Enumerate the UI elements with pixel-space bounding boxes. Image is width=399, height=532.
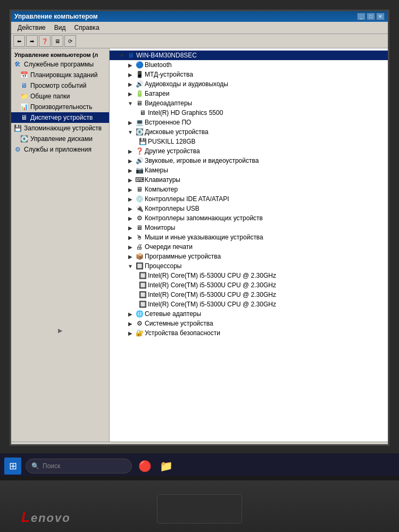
puskill-icon: 💾: [138, 137, 147, 146]
tree-root[interactable]: ▼ 🖥 WIN-B4M30ND8SEC: [110, 51, 388, 60]
minimize-button[interactable]: _: [357, 13, 365, 20]
left-section-storage[interactable]: 💾 Запоминающие устройств: [11, 123, 109, 134]
keyboard-expand[interactable]: ▶: [127, 176, 134, 184]
menu-action[interactable]: Действие: [13, 23, 50, 32]
bluetooth-expand[interactable]: ▶: [127, 61, 134, 69]
other-expand[interactable]: ▶: [127, 147, 134, 155]
network-expand[interactable]: ▶: [127, 310, 134, 318]
mtd-icon: 📱: [135, 70, 144, 79]
toolbar-btn-4[interactable]: 🖥: [52, 35, 63, 47]
tree-item-cpu-3[interactable]: 🔲 Intel(R) Core(TM) i5-5300U CPU @ 2.30G…: [110, 300, 388, 309]
tree-item-software-dev[interactable]: ▶ 📦 Программные устройства: [110, 252, 388, 261]
tree-item-firmware[interactable]: ▶ 💻 Встроенное ПО: [110, 118, 388, 127]
left-item-perf[interactable]: 📊 Производительность: [11, 102, 109, 112]
left-item-scheduler[interactable]: 📅 Планировщик заданий: [11, 70, 109, 80]
trackpad[interactable]: [157, 494, 242, 523]
tree-item-monitors[interactable]: ▶ 🖥 Мониторы: [110, 223, 388, 232]
camera-expand[interactable]: ▶: [127, 167, 134, 174]
root-icon: 🖥: [127, 51, 135, 60]
left-item-services[interactable]: ⚙ Службы и приложения: [11, 144, 109, 155]
cpu1-icon: 🔲: [138, 281, 147, 289]
maximize-button[interactable]: □: [367, 13, 375, 20]
tree-item-network[interactable]: ▶ 🌐 Сетевые адаптеры: [110, 309, 388, 319]
network-icon: 🌐: [135, 310, 144, 318]
tree-item-computer[interactable]: ▶ 🖥 Компьютер: [110, 185, 388, 194]
left-item-devmgr[interactable]: 🖥 Диспетчер устройств: [11, 112, 109, 123]
tree-item-puskill[interactable]: 💾 PUSKILL 128GB: [110, 137, 388, 146]
print-expand[interactable]: ▶: [127, 243, 134, 251]
left-item-diskmgr[interactable]: 💽 Управление дисками: [11, 134, 109, 144]
devmgr-icon: 🖥: [20, 113, 28, 122]
usb-expand[interactable]: ▶: [127, 205, 134, 212]
toolbar-btn-2[interactable]: ➡: [26, 35, 38, 47]
tree-item-storage-ctrl[interactable]: ▶ ⚙ Контроллеры запоминающих устройств: [110, 213, 388, 223]
storage-ctrl-expand[interactable]: ▶: [127, 214, 134, 222]
system-dev-expand[interactable]: ▶: [127, 320, 134, 327]
software-dev-icon: 📦: [135, 252, 144, 261]
audio-expand[interactable]: ▶: [127, 80, 134, 88]
disk-expand[interactable]: ▼: [127, 128, 134, 136]
sound-expand[interactable]: ▶: [127, 157, 134, 164]
tree-item-system-dev[interactable]: ▶ ⚙ Системные устройства: [110, 319, 388, 328]
video-expand[interactable]: ▼: [127, 99, 134, 107]
tree-item-camera[interactable]: ▶ 📷 Камеры: [110, 165, 388, 175]
tree-item-cpu-0[interactable]: 🔲 Intel(R) Core(TM) i5-5300U CPU @ 2.30G…: [110, 271, 388, 280]
left-item-events[interactable]: 🖥 Просмотр событий: [11, 80, 109, 91]
left-panel-title: Управление компьютером (л: [11, 51, 109, 59]
intel-hd-icon: 🖥: [138, 109, 147, 117]
battery-expand[interactable]: ▶: [127, 90, 134, 97]
firmware-expand[interactable]: ▶: [127, 119, 134, 126]
storage-icon: 💾: [13, 124, 22, 132]
tree-item-cpu-1[interactable]: 🔲 Intel(R) Core(TM) i5-5300U CPU @ 2.30G…: [110, 280, 388, 290]
security-expand[interactable]: ▶: [127, 329, 134, 337]
tree-item-battery[interactable]: ▶ 🔋 Батареи: [110, 89, 388, 98]
tree-item-mouse[interactable]: ▶ 🖱 Мыши и иные указывающие устройства: [110, 232, 388, 242]
tree-item-other[interactable]: ▶ ❓ Другие устройства: [110, 146, 388, 156]
disk-icon: 💽: [135, 128, 144, 136]
mouse-expand[interactable]: ▶: [127, 234, 134, 241]
camera-icon: 📷: [135, 166, 144, 174]
close-button[interactable]: ✕: [376, 13, 385, 20]
window-titlebar: Управление компьютером _ □ ✕: [11, 11, 388, 22]
tree-item-intel-hd[interactable]: 🖥 Intel(R) HD Graphics 5500: [110, 108, 388, 118]
brand-rest: enovo: [31, 511, 71, 525]
start-button[interactable]: ⊞: [4, 458, 21, 475]
ide-expand[interactable]: ▶: [127, 195, 134, 203]
monitors-icon: 🖥: [135, 223, 144, 232]
toolbar-btn-5[interactable]: ⟳: [64, 35, 76, 47]
left-section-services[interactable]: 🛠 Служебные программы: [11, 59, 109, 70]
tree-item-audio[interactable]: ▶ 🔊 Аудиовходы и аудиовыходы: [110, 79, 388, 89]
tree-item-bluetooth[interactable]: ▶ 🔵 Bluetooth: [110, 60, 388, 70]
left-item-folders[interactable]: 📁 Общие папки: [11, 91, 109, 102]
cpu-expand[interactable]: ▼: [127, 262, 134, 270]
menu-help[interactable]: Справка: [70, 23, 103, 32]
tree-item-usb[interactable]: ▶ 🔌 Контроллеры USB: [110, 204, 388, 213]
computer-expand[interactable]: ▶: [127, 186, 134, 193]
tree-item-security[interactable]: ▶ 🔐 Устройства безопасности: [110, 328, 388, 338]
window-title: Управление компьютером: [14, 13, 98, 20]
root-expand[interactable]: ▼: [118, 52, 126, 59]
taskbar-browser-icon[interactable]: 🔴: [136, 458, 153, 475]
bluetooth-icon: 🔵: [135, 61, 144, 69]
tree-item-mtd[interactable]: ▶ 📱 МТД-устройства: [110, 70, 388, 79]
toolbar-btn-3[interactable]: ❓: [39, 35, 51, 47]
mtd-expand[interactable]: ▶: [127, 71, 134, 78]
taskbar-files-icon[interactable]: 📁: [157, 458, 174, 475]
menu-view[interactable]: Вид: [50, 23, 70, 32]
video-icon: 🖥: [135, 99, 144, 107]
tree-item-disk[interactable]: ▼ 💽 Дисковые устройства: [110, 127, 388, 137]
events-icon: 🖥: [20, 81, 28, 90]
tree-item-ide[interactable]: ▶ 💿 Контроллеры IDE ATA/ATAPI: [110, 194, 388, 204]
tree-item-keyboard[interactable]: ▶ ⌨ Клавиатуры: [110, 175, 388, 185]
tree-item-cpu-2[interactable]: 🔲 Intel(R) Core(TM) i5-5300U CPU @ 2.30G…: [110, 290, 388, 300]
monitors-expand[interactable]: ▶: [127, 224, 134, 231]
taskbar-search[interactable]: 🔍 Поиск: [26, 459, 132, 473]
tree-item-cpu[interactable]: ▼ 🔲 Процессоры: [110, 261, 388, 271]
toolbar-btn-1[interactable]: ⬅: [13, 35, 25, 47]
taskbar-search-placeholder: Поиск: [43, 462, 60, 470]
software-dev-expand[interactable]: ▶: [127, 253, 134, 260]
tree-item-sound[interactable]: ▶ 🔊 Звуковые, игровые и видеоустройства: [110, 156, 388, 165]
laptop-bottom: Lenovo: [0, 476, 399, 532]
tree-item-video[interactable]: ▼ 🖥 Видеоадаптеры: [110, 98, 388, 108]
tree-item-print[interactable]: ▶ 🖨 Очереди печати: [110, 242, 388, 252]
